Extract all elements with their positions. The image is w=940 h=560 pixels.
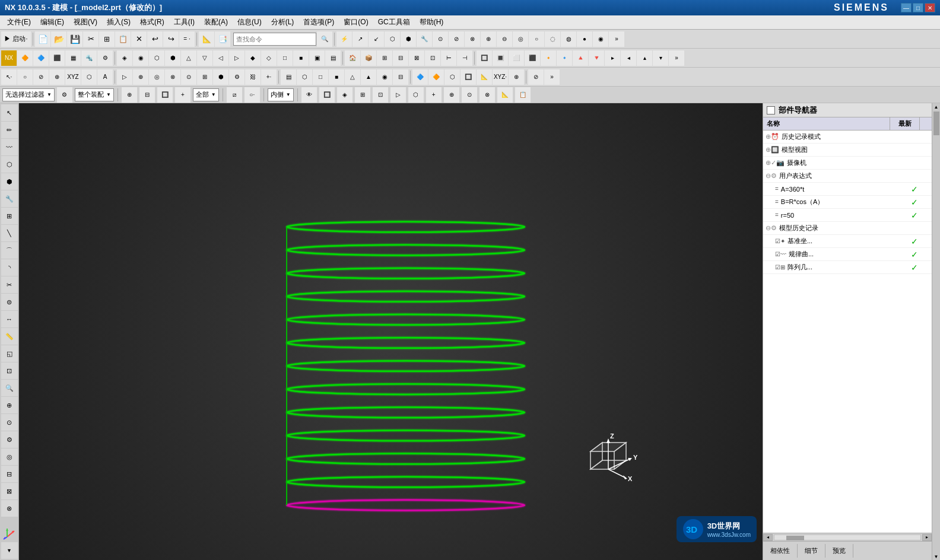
sel-btn10[interactable]: ⊞ [355, 87, 370, 103]
dash-button[interactable]: = · [179, 31, 195, 47]
tb3-27[interactable]: 🔶 [428, 69, 444, 85]
cut-button[interactable]: ✂ [83, 31, 99, 47]
undo-button[interactable]: ↩ [147, 31, 163, 47]
tb-icon-r8[interactable]: ⊘ [449, 31, 464, 47]
tree-item-law-curve[interactable]: ☑〰 规律曲... ✓ [763, 248, 932, 261]
tb2-11[interactable]: ⬢ [165, 50, 180, 66]
tb-icon-r5[interactable]: ⬢ [401, 31, 416, 47]
tb3-19[interactable]: ⬡ [297, 69, 312, 85]
menu-edit[interactable]: 编辑(E) [36, 16, 69, 28]
sel-btn4[interactable]: + [175, 87, 190, 103]
tree-item-expr-r[interactable]: = r=50 ✓ [763, 209, 932, 222]
lt-offset[interactable]: ⊜ [1, 294, 18, 310]
tb3-2[interactable]: ○ [17, 69, 33, 85]
lt-assembly[interactable]: 🔧 [1, 190, 18, 207]
tb2-29[interactable]: ⊣ [457, 50, 472, 66]
tb2-4[interactable]: ⬛ [49, 50, 65, 66]
menu-assembly[interactable]: 装配(A) [199, 16, 233, 28]
tree-item-history-mode[interactable]: ⊕⏰ 历史记录模式 [763, 131, 932, 144]
snap-button[interactable]: 📐 [199, 31, 214, 47]
tb3-17[interactable]: +· [261, 69, 277, 85]
menu-gctoolbox[interactable]: GC工具箱 [373, 16, 415, 28]
menu-preferences[interactable]: 首选项(P) [298, 16, 339, 28]
sel-btn17[interactable]: ⊗ [479, 87, 495, 103]
lt-feature[interactable]: ⊞ [1, 208, 18, 224]
tb-icon-r11[interactable]: ⊖ [497, 31, 512, 47]
tb2-32[interactable]: ⬜ [509, 50, 524, 66]
tab-detail[interactable]: 细节 [798, 544, 825, 558]
tb2-15[interactable]: ▷ [229, 50, 244, 66]
lt-view2[interactable]: ⊡ [1, 362, 18, 379]
assembly-dropdown[interactable]: 整个装配 ▼ [75, 88, 114, 101]
tree-item-datum[interactable]: ☑✦ 基准坐... ✓ [763, 235, 932, 248]
tb2-23[interactable]: 📦 [361, 50, 376, 66]
tb3-8[interactable]: ▷ [117, 69, 132, 85]
tb-icon-r7[interactable]: ⊙ [433, 31, 448, 47]
copy-button[interactable]: ⊞ [99, 31, 115, 47]
close-button[interactable]: ✕ [925, 3, 935, 12]
lt-measure[interactable]: 📏 [1, 328, 18, 345]
lt-bottom1[interactable]: ▼ [1, 542, 18, 559]
tree-item-array[interactable]: ☑⊞ 阵列几... ✓ [763, 261, 932, 274]
tb3-30[interactable]: 📐 [477, 69, 492, 85]
search-button[interactable]: 🔍 [317, 31, 332, 47]
tb2-22[interactable]: 🏠 [345, 50, 360, 66]
tb-icon-r15[interactable]: ◍ [561, 31, 576, 47]
tb3-33[interactable]: ⊘ [528, 69, 544, 85]
tb2-31[interactable]: 🔳 [493, 50, 508, 66]
sel-btn18[interactable]: 📐 [497, 87, 513, 103]
tb2-35[interactable]: 🔹 [557, 50, 572, 66]
viewport[interactable]: Z Y X 3D 3D世界网 www.3dsJw.com [19, 103, 763, 560]
tb2-10[interactable]: ⬡ [149, 50, 164, 66]
tb2-30[interactable]: 🔲 [477, 50, 492, 66]
tb2-8[interactable]: ◈ [117, 50, 132, 66]
menu-window[interactable]: 窗口(O) [339, 16, 373, 28]
tree-item-user-expr[interactable]: ⊖⚙ 用户表达式 [763, 170, 932, 183]
sel-btn9[interactable]: ◈ [337, 87, 352, 103]
tb3-32[interactable]: ⊕ [509, 69, 524, 85]
sel-btn19[interactable]: 📋 [515, 87, 531, 103]
lt-view3[interactable]: 🔍 [1, 380, 18, 396]
tb3-6[interactable]: ⬡ [81, 69, 97, 85]
3d-canvas[interactable] [19, 103, 763, 560]
tb3-18[interactable]: ▤ [281, 69, 296, 85]
tb2-12[interactable]: △ [181, 50, 196, 66]
sel-btn3[interactable]: 🔲 [157, 87, 173, 103]
tb2-36[interactable]: 🔺 [573, 50, 588, 66]
tb-icon-r14[interactable]: ◌ [545, 31, 560, 47]
tb2-19[interactable]: ■ [293, 50, 309, 66]
tb2-21[interactable]: ▤ [325, 50, 341, 66]
tb2-33[interactable]: ⬛ [525, 50, 540, 66]
window-controls[interactable]: — □ ✕ [901, 3, 935, 12]
more-button[interactable]: » [609, 31, 624, 47]
tb2-27[interactable]: ⊡ [425, 50, 440, 66]
tb2-2[interactable]: 🔶 [17, 50, 33, 66]
new-button[interactable]: 📄 [35, 31, 50, 47]
lt-more4[interactable]: ⊟ [1, 466, 18, 482]
tb2-34[interactable]: 🔸 [541, 50, 556, 66]
tb2-5[interactable]: ▦ [65, 50, 81, 66]
lt-snap[interactable]: ⊕ [1, 397, 18, 413]
lt-transform[interactable]: ↔ [1, 311, 18, 327]
tb2-17[interactable]: ◇ [261, 50, 277, 66]
filter-dropdown[interactable]: 无选择过滤器 ▼ [2, 88, 55, 101]
tb3-5[interactable]: XYZ [65, 69, 81, 85]
tb2-24[interactable]: ⊞ [377, 50, 392, 66]
minimize-button[interactable]: — [901, 3, 912, 12]
menu-insert[interactable]: 插入(S) [102, 16, 135, 28]
sel-btn11[interactable]: ⊡ [373, 87, 388, 103]
tb-icon-r6[interactable]: 🔧 [417, 31, 432, 47]
tb3-21[interactable]: ■ [329, 69, 344, 85]
delete-button[interactable]: ✕ [131, 31, 147, 47]
menu-info[interactable]: 信息(U) [233, 16, 266, 28]
tb2-38[interactable]: ▸ [605, 50, 620, 66]
tb2-41[interactable]: ▾ [653, 50, 668, 66]
tb2-20[interactable]: ▣ [309, 50, 325, 66]
sel-btn16[interactable]: ⊙ [462, 87, 477, 103]
lt-line[interactable]: ╲ [1, 225, 18, 241]
tb2-28[interactable]: ⊢ [441, 50, 456, 66]
scroll-down[interactable]: ▼ [933, 553, 940, 560]
open-button[interactable]: 📂 [51, 31, 66, 47]
tb-icon-r3[interactable]: ↙ [369, 31, 384, 47]
sel-btn14[interactable]: + [426, 87, 442, 103]
